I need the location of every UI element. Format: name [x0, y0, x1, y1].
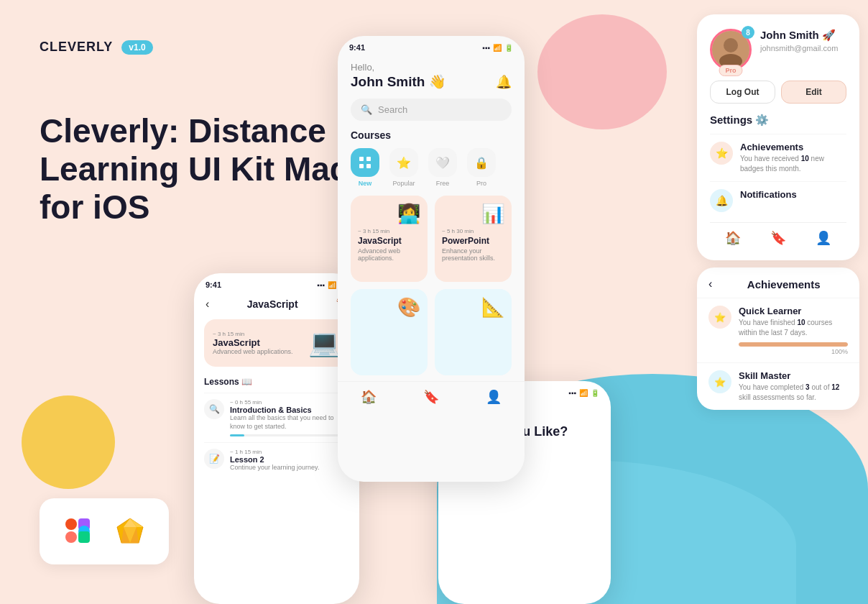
profile-email: johnsmith@gmail.com	[760, 44, 846, 52]
quick-learner-progress-bar	[739, 342, 848, 347]
skill-master-name: Skill Master	[739, 370, 848, 381]
profile-card: Pro 8 John Smith 🚀 johnsmith@gmail.com L…	[697, 14, 859, 260]
course-desc-pp: Enhance your presentation skills.	[442, 247, 504, 262]
profile-top: Pro 8 John Smith 🚀 johnsmith@gmail.com	[710, 29, 846, 70]
achievement-skill-master[interactable]: ⭐ Skill Master You have completed 3 out …	[697, 362, 859, 410]
phones-area: 9:41 ▪▪▪ 📶 🔋 ‹ JavaScript 🔖 ~ 3 h 15 min…	[194, 0, 697, 604]
tab-pro-label: Pro	[476, 180, 486, 187]
lessons-title: Lessons 📖	[204, 377, 349, 387]
notification-count-badge: 8	[742, 26, 754, 39]
pro-badge: Pro	[719, 65, 742, 76]
nav-home-icon[interactable]: 🏠	[361, 389, 377, 405]
achievements-desc: You have received 10 new badges this mon…	[740, 154, 846, 174]
achievements-back-button[interactable]: ‹	[708, 278, 712, 290]
phone1-title: JavaScript	[247, 298, 298, 310]
skill-master-icon: ⭐	[708, 370, 731, 393]
course-illus-extra2: 📐	[442, 296, 504, 319]
tools-card	[40, 498, 169, 564]
lesson-duration-1: ~ 0 h 55 min	[230, 399, 349, 406]
tab-popular[interactable]: ⭐ Popular	[389, 148, 418, 187]
nav-profile-icon[interactable]: 👤	[486, 389, 502, 405]
nav-user-icon-profile[interactable]: 👤	[816, 230, 831, 246]
course-duration-js: ~ 3 h 15 min	[358, 228, 420, 234]
profile-info: John Smith 🚀 johnsmith@gmail.com	[760, 29, 846, 52]
achievements-text: Achievements You have received 10 new ba…	[740, 142, 846, 174]
tab-pro[interactable]: 🔒 Pro	[467, 148, 496, 187]
skill-master-info: Skill Master You have completed 3 out of…	[739, 370, 848, 403]
lesson-item-1[interactable]: 🔍 ~ 0 h 55 min Introduction & Basics Lea…	[204, 393, 349, 442]
profile-name: John Smith 🚀	[760, 29, 846, 42]
brand-name: CLEVERLY	[40, 40, 113, 55]
search-bar[interactable]: 🔍 Search	[351, 99, 512, 121]
tab-pro-icon: 🔒	[467, 148, 496, 177]
lesson-progress-fill-1	[230, 434, 244, 436]
setting-notifications[interactable]: 🔔 Notifications	[710, 181, 846, 219]
svg-rect-11	[359, 157, 364, 161]
course-card-extra2[interactable]: 📐	[435, 289, 512, 375]
svg-rect-4	[78, 531, 90, 543]
notifications-text: Notifications	[740, 189, 846, 200]
avatar-wrap: Pro 8	[710, 29, 752, 70]
course-illustration: 💻	[308, 328, 341, 358]
notifications-label: Notifications	[740, 189, 846, 200]
courses-title: Courses	[351, 129, 512, 141]
tab-free-label: Free	[436, 180, 450, 187]
achievement-quick-learner[interactable]: ⭐ Quick Learner You have finished 10 cou…	[697, 298, 859, 362]
quick-learner-desc: You have finished 10 courses within the …	[739, 318, 848, 338]
tab-free-icon: 🤍	[428, 148, 457, 177]
course-duration: ~ 3 h 15 min	[213, 331, 293, 337]
course-desc: Advanced web applications.	[213, 348, 293, 355]
version-badge: v1.0	[121, 40, 152, 55]
nav-home-icon-profile[interactable]: 🏠	[725, 230, 741, 246]
profile-buttons: Log Out Edit	[710, 81, 846, 104]
skill-master-desc: You have completed 3 out of 12 skill ass…	[739, 383, 848, 403]
tab-new[interactable]: New	[351, 148, 379, 187]
achievements-header: ‹ Achievements	[697, 267, 859, 298]
course-cards: 👩‍💻 ~ 3 h 15 min JavaScript Advanced web…	[351, 196, 512, 282]
course-tabs: New ⭐ Popular 🤍 Free 🔒 Pro	[351, 148, 512, 187]
edit-button[interactable]: Edit	[781, 81, 846, 104]
nav-bookmark-icon[interactable]: 🔖	[423, 389, 439, 405]
lesson-icon-2: 📝	[204, 449, 224, 469]
bell-icon[interactable]: 🔔	[496, 74, 512, 90]
achievements-title: Achievements	[719, 278, 848, 290]
tab-free[interactable]: 🤍 Free	[428, 148, 457, 187]
course-desc-js: Advanced web applications.	[358, 247, 420, 262]
status-bar-2: 9:41 ▪▪▪ 📶 🔋	[338, 36, 525, 52]
tab-new-icon	[351, 148, 379, 177]
logout-button[interactable]: Log Out	[710, 81, 775, 104]
course-name-pp: PowerPoint	[442, 236, 504, 246]
lesson-name-1: Introduction & Basics	[230, 406, 349, 414]
course-name: JavaScript	[213, 337, 293, 348]
lesson-item-2[interactable]: 📝 ~ 1 h 15 min Lesson 2 Continue your le…	[204, 442, 349, 478]
quick-learner-progress-label: 100%	[739, 348, 848, 355]
search-placeholder: Search	[378, 104, 407, 115]
back-button-1[interactable]: ‹	[206, 298, 209, 311]
status-icons-2: ▪▪▪ 📶 🔋	[482, 44, 513, 52]
svg-rect-14	[366, 164, 371, 168]
achievements-icon: ⭐	[710, 142, 733, 165]
notifications-icon: 🔔	[710, 189, 733, 212]
figma-icon	[63, 516, 94, 547]
status-time-1: 9:41	[206, 280, 221, 289]
phone2-bottom-nav: 🏠 🔖 👤	[338, 381, 525, 411]
course-cards-row2: 🎨 📐	[351, 289, 512, 375]
svg-rect-1	[65, 531, 77, 543]
setting-achievements[interactable]: ⭐ Achievements You have received 10 new …	[710, 134, 846, 181]
course-card-extra1[interactable]: 🎨	[351, 289, 428, 375]
course-card-js[interactable]: 👩‍💻 ~ 3 h 15 min JavaScript Advanced web…	[351, 196, 428, 282]
greeting-text: Hello,	[351, 62, 374, 73]
tab-popular-icon: ⭐	[389, 148, 418, 177]
tab-popular-label: Popular	[392, 180, 415, 187]
lesson-icon-1: 🔍	[204, 399, 224, 419]
tab-new-label: New	[359, 180, 372, 187]
course-illus-js: 👩‍💻	[358, 203, 420, 225]
course-card-pp[interactable]: 📊 ~ 5 h 30 min PowerPoint Enhance your p…	[435, 196, 512, 282]
lesson-duration-2: ~ 1 h 15 min	[230, 449, 349, 455]
search-icon: 🔍	[361, 104, 372, 115]
course-name-js: JavaScript	[358, 236, 420, 246]
user-name: John Smith 👋	[351, 73, 446, 90]
courses-section: Courses New ⭐ Popular	[338, 129, 525, 375]
lesson-name-2: Lesson 2	[230, 455, 349, 464]
nav-bookmark-icon-profile[interactable]: 🔖	[770, 230, 786, 246]
